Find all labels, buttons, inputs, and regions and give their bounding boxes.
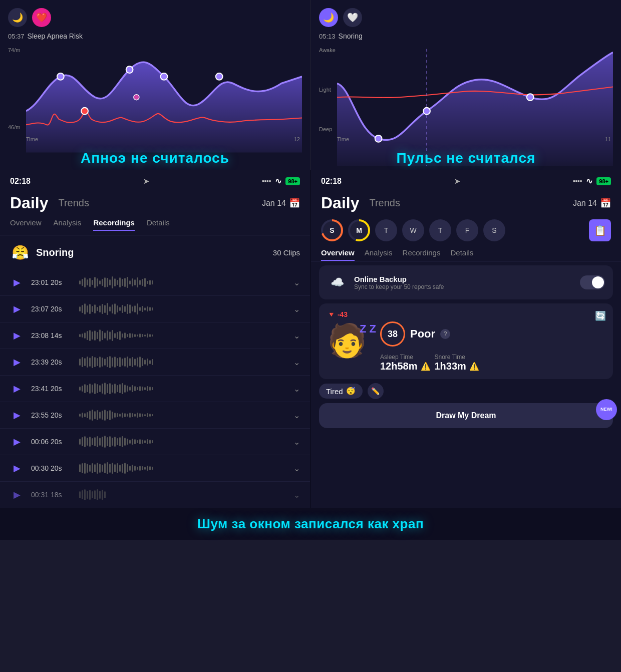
play-btn-3[interactable]: ▶	[10, 355, 24, 369]
x-start-label: Time	[26, 136, 38, 142]
right-nav-date: Jan 14 📅	[573, 198, 611, 209]
notes-button[interactable]: 📋	[589, 219, 611, 241]
tab-overview[interactable]: Overview	[10, 218, 42, 231]
right-chart-title: Snoring	[339, 32, 363, 40]
overview-tab-details[interactable]: Details	[450, 248, 473, 261]
expand-btn-3[interactable]: ⌄	[293, 358, 300, 367]
edit-tag-button[interactable]: ✏️	[368, 383, 384, 399]
left-nav-header: Daily Trends Jan 14 📅	[0, 190, 310, 214]
moon-icon[interactable]: 🌙	[8, 8, 27, 27]
new-badge: NEW!	[596, 399, 617, 420]
right-chart-icons: 🌙 🤍	[319, 8, 613, 27]
week-day-0[interactable]: S	[321, 219, 343, 241]
stats-grid: Asleep Time 12h58m ⚠️ Snore Time 1h33m ⚠…	[380, 354, 485, 372]
left-status-bar: 02:18 ➤ ▪▪▪▪ ∿ 98+	[0, 170, 310, 190]
recording-item-4: ▶ 23:41 20s ⌄	[0, 376, 310, 402]
week-day-1[interactable]: M	[348, 219, 370, 241]
week-day-5[interactable]: F	[456, 219, 478, 241]
play-btn-7[interactable]: ▶	[10, 461, 24, 475]
tired-label: Tired	[326, 387, 343, 396]
overview-tabs-row: Overview Analysis Recordings Details	[311, 246, 621, 261]
snore-label: Snore Time	[435, 354, 485, 361]
waveform-6	[79, 435, 286, 449]
right-overlay-text: Пульс не считался	[311, 150, 621, 166]
heart-outline-icon[interactable]: 🤍	[343, 8, 362, 27]
expand-btn-6[interactable]: ⌄	[293, 437, 300, 447]
left-chart-time: 05:37	[8, 33, 25, 40]
help-icon[interactable]: ?	[440, 329, 450, 339]
left-status-time: 02:18	[10, 177, 31, 186]
right-chart-panel: 🌙 🤍 05:13 Snoring Awake Light Deep	[311, 0, 621, 170]
play-btn-8[interactable]: ▶	[10, 488, 24, 502]
waveform-4	[79, 382, 286, 396]
play-btn-1[interactable]: ▶	[10, 302, 24, 316]
week-day-6[interactable]: S	[483, 219, 505, 241]
backup-toggle[interactable]	[580, 275, 605, 289]
play-btn-2[interactable]: ▶	[10, 328, 24, 343]
rec-time-4: 23:41 20s	[31, 385, 72, 393]
left-nav-date: Jan 14 📅	[262, 198, 300, 209]
rec-time-3: 23:39 20s	[31, 358, 72, 366]
svg-point-7	[423, 108, 430, 115]
svg-point-8	[375, 135, 382, 142]
left-tabs-row: Overview Analysis Recordings Details	[0, 214, 310, 235]
signal-icon: ▪▪▪▪	[262, 177, 271, 185]
calendar-icon[interactable]: 📅	[289, 198, 300, 209]
overview-tab-analysis[interactable]: Analysis	[365, 248, 393, 261]
score-area: 38 Poor ? Asleep Time 12h58m ⚠️	[380, 321, 485, 372]
backup-subtitle: Sync to keep your 50 reports safe	[354, 283, 573, 290]
week-day-4[interactable]: T	[429, 219, 451, 241]
rec-time-6: 00:06 20s	[31, 438, 72, 446]
expand-btn-0[interactable]: ⌄	[293, 278, 300, 287]
overview-tab-overview[interactable]: Overview	[321, 248, 355, 261]
svg-point-5	[134, 95, 139, 100]
x-end-label: 12	[294, 136, 300, 142]
delta-badge: 🔻 -43	[327, 310, 605, 318]
right-status-time: 02:18	[321, 177, 342, 186]
expand-btn-5[interactable]: ⌄	[293, 411, 300, 420]
edit-icon: ✏️	[371, 387, 380, 395]
expand-btn-1[interactable]: ⌄	[293, 304, 300, 314]
tab-recordings[interactable]: Recordings	[93, 218, 135, 231]
left-chart-icons: 🌙 ❤️	[8, 8, 302, 27]
play-btn-4[interactable]: ▶	[10, 382, 24, 396]
overview-tab-recordings[interactable]: Recordings	[403, 248, 441, 261]
expand-btn-7[interactable]: ⌄	[293, 464, 300, 473]
left-chart-svg	[26, 42, 302, 166]
backup-cloud-icon: ☁️	[327, 272, 347, 292]
svg-point-1	[126, 66, 133, 73]
rec-time-5: 23:55 20s	[31, 411, 72, 419]
svg-point-4	[81, 108, 88, 115]
expand-btn-2[interactable]: ⌄	[293, 331, 300, 341]
right-signal-icon: ▪▪▪▪	[573, 177, 582, 185]
refresh-button[interactable]: 🔄	[595, 310, 606, 321]
tired-emoji: 😴	[346, 387, 356, 396]
backup-title: Online Backup	[354, 275, 573, 283]
play-btn-0[interactable]: ▶	[10, 275, 24, 289]
expand-btn-8[interactable]: ⌄	[293, 490, 300, 500]
heart-icon[interactable]: ❤️	[32, 8, 51, 27]
bottom-row: 02:18 ➤ ▪▪▪▪ ∿ 98+ Daily Trends Jan 14 📅…	[0, 170, 621, 508]
score-row: 38 Poor ?	[380, 321, 485, 347]
dream-button[interactable]: Draw My Dream NEW!	[319, 403, 613, 428]
tired-tag[interactable]: Tired 😴	[319, 384, 363, 399]
right-location-icon: ➤	[454, 177, 460, 185]
play-btn-6[interactable]: ▶	[10, 435, 24, 449]
rec-time-0: 23:01 20s	[31, 278, 72, 286]
week-day-3[interactable]: W	[402, 219, 424, 241]
right-chart-area: Awake Light Deep	[319, 42, 613, 142]
recording-item-3: ▶ 23:39 20s ⌄	[0, 349, 310, 376]
tab-analysis[interactable]: Analysis	[54, 218, 82, 231]
week-day-2[interactable]: T	[375, 219, 397, 241]
moon-purple-icon[interactable]: 🌙	[319, 8, 338, 27]
snoring-title: Snoring	[36, 247, 74, 258]
left-chart-panel: 🌙 ❤️ 05:37 Sleep Apnea Risk 74/m 46/m	[0, 0, 311, 170]
week-days-row: S M T W T F S 📋	[311, 214, 621, 246]
asleep-warn-icon: ⚠️	[421, 362, 431, 371]
right-wifi-icon: ∿	[586, 176, 592, 186]
play-btn-5[interactable]: ▶	[10, 408, 24, 422]
expand-btn-4[interactable]: ⌄	[293, 384, 300, 394]
tab-details[interactable]: Details	[147, 218, 170, 231]
bottom-caption: Шум за окном записался как храп	[0, 508, 621, 540]
right-calendar-icon[interactable]: 📅	[600, 198, 611, 209]
